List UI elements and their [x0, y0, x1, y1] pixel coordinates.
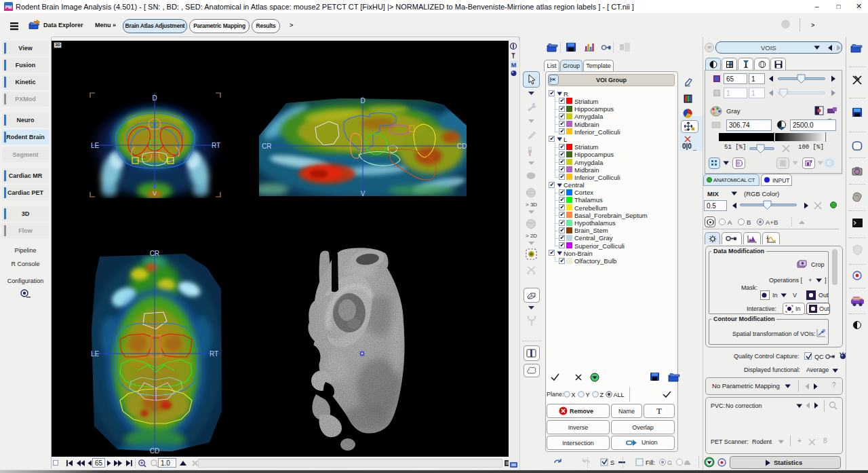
svg-text:B: B	[747, 219, 751, 226]
svg-text:LE: LE	[91, 142, 100, 149]
svg-text:_: _	[589, 50, 593, 56]
svg-text:M: M	[511, 62, 517, 69]
svg-text:voi: voi	[685, 83, 690, 88]
svg-text:CD: CD	[457, 143, 467, 150]
svg-text:X: X	[572, 392, 576, 398]
svg-text:PM: PM	[5, 5, 12, 10]
svg-text:V: V	[153, 190, 157, 197]
svg-text:_: _	[535, 176, 538, 181]
svg-text:RT: RT	[212, 142, 220, 149]
svg-text:_: _	[554, 50, 558, 55]
svg-text:V: V	[361, 190, 366, 197]
svg-text:_: _	[859, 50, 863, 56]
svg-text:Fill:: Fill:	[646, 459, 655, 466]
svg-text:ALL: ALL	[614, 392, 625, 398]
svg-text:_: _	[572, 50, 576, 56]
svg-text:Z: Z	[600, 392, 604, 398]
svg-text:CR: CR	[262, 143, 271, 150]
svg-text:RT: RT	[210, 350, 218, 358]
svg-text:voi: voi	[684, 128, 689, 132]
svg-text:Y: Y	[586, 392, 590, 398]
svg-text:LE: LE	[91, 350, 100, 358]
svg-text:S: S	[610, 459, 614, 466]
svg-text:CR: CR	[150, 250, 159, 257]
svg-text:D: D	[360, 97, 365, 105]
svg-text:CD: CD	[150, 447, 159, 455]
svg-text:G: G	[667, 459, 672, 466]
svg-text:D: D	[152, 94, 157, 102]
svg-text:A: A	[728, 219, 732, 226]
svg-text:A+B: A+B	[766, 219, 778, 226]
